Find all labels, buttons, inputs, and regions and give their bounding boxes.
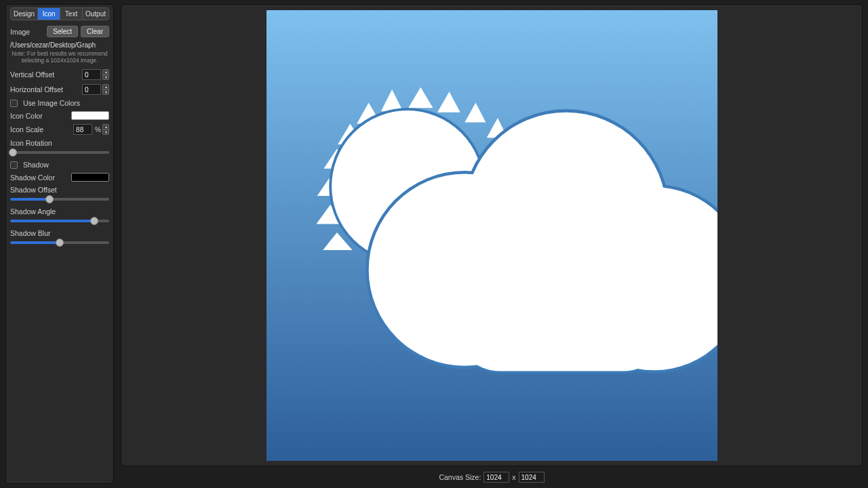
clear-button[interactable]: Clear	[81, 26, 109, 37]
svg-marker-3	[465, 102, 486, 122]
svg-marker-0	[380, 89, 402, 110]
icon-color-label: Icon Color	[10, 112, 43, 120]
tab-text[interactable]: Text	[60, 8, 83, 20]
canvas-size-separator: x	[512, 473, 515, 481]
shadow-offset-slider[interactable]	[10, 198, 109, 201]
horizontal-offset-label: Horizontal Offset	[10, 85, 63, 94]
icon-scale-input[interactable]	[73, 124, 92, 135]
canvas[interactable]	[267, 10, 717, 461]
canvas-size-label: Canvas Size:	[439, 473, 481, 481]
shadow-blur-label: Shadow Blur	[10, 229, 109, 237]
shadow-color-swatch[interactable]	[71, 173, 109, 182]
shadow-angle-slider[interactable]	[10, 220, 109, 222]
svg-marker-1	[408, 87, 433, 108]
shadow-blur-thumb[interactable]	[56, 239, 64, 247]
use-image-colors-label: Use Image Colors	[23, 99, 80, 107]
shadow-color-label: Shadow Color	[10, 174, 55, 182]
tab-design[interactable]: Design	[11, 8, 38, 20]
horizontal-offset-stepper[interactable]: ▴▾	[102, 84, 109, 95]
shadow-offset-thumb[interactable]	[45, 195, 54, 203]
shadow-enable-checkbox[interactable]	[10, 161, 18, 169]
canvas-height-input[interactable]	[519, 472, 545, 483]
vertical-offset-stepper[interactable]: ▴▾	[102, 69, 109, 80]
icon-scale-stepper[interactable]: ▴▾	[102, 124, 109, 135]
icon-rotation-label: Icon Rotation	[10, 139, 109, 147]
select-button[interactable]: Select	[47, 26, 78, 37]
shadow-angle-label: Shadow Angle	[10, 207, 109, 216]
vertical-offset-label: Vertical Offset	[10, 70, 54, 79]
icon-scale-label: Icon Scale	[10, 125, 43, 134]
status-bar: Canvas Size: x	[121, 470, 863, 484]
icon-scale-unit: %	[95, 126, 101, 134]
canvas-panel	[121, 4, 863, 466]
weather-sun-cloud-icon	[267, 10, 717, 461]
image-label: Image	[10, 28, 30, 36]
shadow-enable-label: Shadow	[23, 161, 49, 169]
icon-color-swatch[interactable]	[71, 111, 109, 120]
canvas-width-input[interactable]	[484, 472, 509, 483]
horizontal-offset-input[interactable]	[82, 84, 101, 95]
image-path: /Users/cezar/Desktop/Graph	[10, 41, 109, 49]
tab-icon[interactable]: Icon	[38, 8, 60, 20]
svg-marker-2	[437, 92, 460, 113]
use-image-colors-checkbox[interactable]	[10, 100, 18, 107]
sidebar-panel: Design Icon Text Output Image Select Cle…	[5, 4, 114, 484]
image-note: Note: For best results we recommend sele…	[10, 50, 109, 64]
shadow-blur-slider[interactable]	[10, 241, 109, 244]
shadow-offset-label: Shadow Offset	[10, 186, 109, 194]
icon-rotation-slider[interactable]	[10, 151, 109, 154]
shadow-angle-thumb[interactable]	[90, 217, 98, 225]
icon-rotation-thumb[interactable]	[9, 148, 17, 157]
svg-rect-20	[454, 276, 669, 371]
vertical-offset-input[interactable]	[82, 69, 101, 80]
tab-output[interactable]: Output	[83, 8, 108, 20]
mode-tabs: Design Icon Text Output	[10, 7, 109, 20]
